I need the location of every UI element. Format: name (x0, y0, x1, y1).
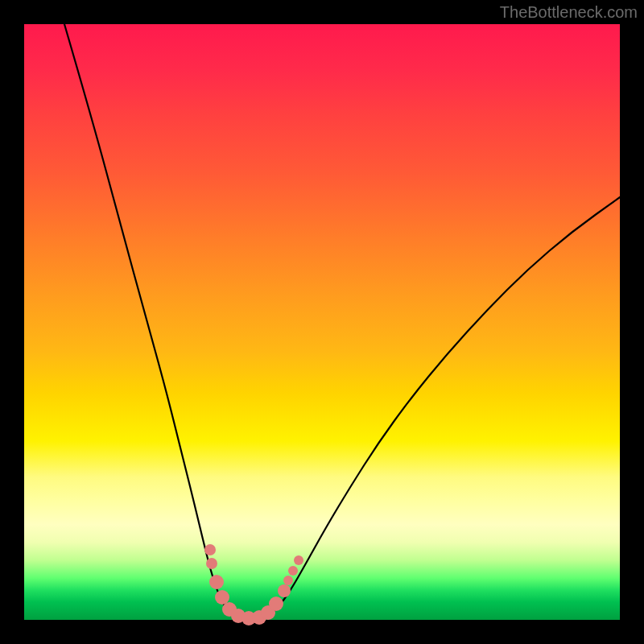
highlight-dot (206, 558, 217, 569)
highlight-dot (283, 576, 293, 585)
bottleneck-curve (64, 24, 620, 619)
chart-container: TheBottleneck.com (0, 0, 644, 644)
highlight-dot (269, 597, 283, 611)
highlight-dot (209, 575, 224, 589)
highlight-dot (294, 555, 303, 565)
highlight-dot (204, 544, 216, 555)
plot-svg (24, 24, 620, 620)
highlight-dot (215, 590, 229, 605)
highlight-dot (288, 566, 298, 576)
highlight-dot (278, 584, 291, 597)
highlight-dots (204, 544, 303, 625)
plot-area (24, 24, 620, 620)
watermark-text: TheBottleneck.com (500, 3, 638, 22)
